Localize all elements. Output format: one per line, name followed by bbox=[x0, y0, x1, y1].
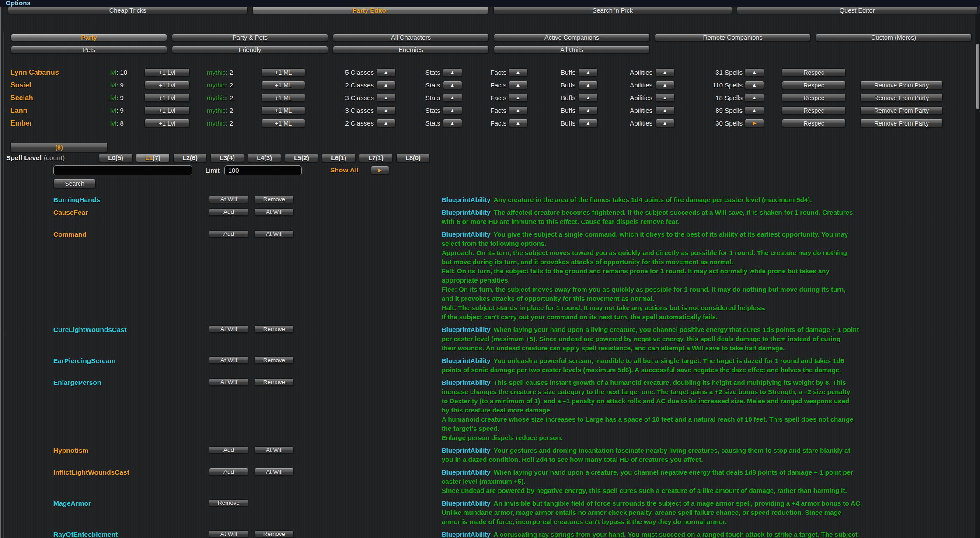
remove-from-party-button[interactable]: Remove From Party bbox=[860, 94, 943, 102]
spell-remove-button[interactable]: Remove bbox=[255, 378, 294, 386]
respec-button[interactable]: Respec bbox=[782, 81, 846, 89]
plus-mythic-button[interactable]: +1 ML bbox=[262, 81, 305, 89]
spells-expand-button[interactable]: ▲ bbox=[745, 68, 764, 77]
stats-expand-button[interactable]: ▲ bbox=[443, 68, 462, 77]
classes-expand-button[interactable]: ▲ bbox=[377, 68, 396, 77]
spells-expand-button[interactable]: ▲ bbox=[745, 81, 764, 89]
spell-at-will-button[interactable]: At Will bbox=[255, 208, 294, 216]
spell-level-l3[interactable]: L3 (4) bbox=[210, 154, 244, 162]
buffs-expand-button[interactable]: ▲ bbox=[579, 68, 598, 77]
spell-at-will-button[interactable]: At Will bbox=[209, 325, 248, 333]
spell-name[interactable]: BurningHands bbox=[53, 195, 209, 204]
filter-remote-companions[interactable]: Remote Companions bbox=[655, 34, 811, 41]
stats-expand-button[interactable]: ▲ bbox=[443, 94, 462, 102]
plus-mythic-button[interactable]: +1 ML bbox=[262, 68, 305, 77]
buffs-expand-button[interactable]: ▲ bbox=[579, 106, 598, 115]
filter-friendly[interactable]: Friendly bbox=[172, 46, 328, 53]
classes-expand-button[interactable]: ▲ bbox=[377, 106, 396, 115]
spell-at-will-button[interactable]: At Will bbox=[255, 446, 294, 454]
spell-level-l4[interactable]: L4 (3) bbox=[248, 154, 281, 162]
respec-button[interactable]: Respec bbox=[782, 119, 846, 127]
plus-level-button[interactable]: +1 Lvl bbox=[144, 68, 190, 77]
spell-at-will-button[interactable]: At Will bbox=[209, 530, 248, 538]
plus-level-button[interactable]: +1 Lvl bbox=[144, 81, 190, 89]
buffs-expand-button[interactable]: ▲ bbox=[579, 94, 598, 102]
spell-level-l0[interactable]: L0 (5) bbox=[99, 154, 133, 162]
plus-level-button[interactable]: +1 Lvl bbox=[144, 106, 190, 115]
classes-expand-button[interactable]: ▲ bbox=[377, 94, 396, 102]
spell-level-l2[interactable]: L2 (6) bbox=[173, 154, 207, 162]
tab-search-n-pick[interactable]: Search 'n Pick bbox=[493, 7, 732, 14]
vertical-scrollbar-thumb[interactable] bbox=[976, 44, 979, 109]
remove-from-party-button[interactable]: Remove From Party bbox=[860, 106, 943, 115]
filter-party[interactable]: Party bbox=[11, 34, 167, 41]
filter-enemies[interactable]: Enemies bbox=[333, 46, 489, 53]
respec-button[interactable]: Respec bbox=[782, 94, 846, 102]
facts-expand-button[interactable]: ▲ bbox=[509, 81, 528, 89]
spell-add-button[interactable]: Add bbox=[209, 208, 248, 216]
spell-remove-button[interactable]: Remove bbox=[255, 356, 294, 364]
abilities-expand-button[interactable]: ▲ bbox=[656, 94, 675, 102]
show-all-button[interactable]: ▶ bbox=[371, 166, 389, 175]
filter-all-units[interactable]: All Units bbox=[494, 46, 650, 53]
plus-mythic-button[interactable]: +1 ML bbox=[262, 106, 305, 115]
plus-level-button[interactable]: +1 Lvl bbox=[144, 94, 190, 102]
tab-cheap-tricks[interactable]: Cheap Tricks bbox=[8, 7, 248, 14]
tab-quest-editor[interactable]: Quest Editor bbox=[737, 7, 977, 14]
stats-expand-button[interactable]: ▲ bbox=[443, 106, 462, 115]
stats-expand-button[interactable]: ▲ bbox=[443, 81, 462, 89]
filter-active-companions[interactable]: Active Companions bbox=[494, 34, 650, 41]
spell-name[interactable]: EarPiercingScream bbox=[53, 356, 209, 365]
spell-at-will-button[interactable]: At Will bbox=[209, 378, 248, 386]
spell-level-l8[interactable]: L8 (0) bbox=[396, 154, 430, 162]
plus-level-button[interactable]: +1 Lvl bbox=[144, 119, 190, 127]
spell-name[interactable]: EnlargePerson bbox=[53, 378, 209, 387]
filter-custom-mercs[interactable]: Custom (Mercs) bbox=[816, 34, 972, 41]
spell-add-button[interactable]: Add bbox=[209, 468, 248, 475]
classes-expand-button[interactable]: ▲ bbox=[377, 119, 396, 127]
abilities-expand-button[interactable]: ▲ bbox=[656, 106, 675, 115]
spell-at-will-button[interactable]: At Will bbox=[209, 196, 248, 203]
respec-button[interactable]: Respec bbox=[782, 106, 846, 115]
search-button[interactable]: Search bbox=[53, 179, 96, 188]
spell-name[interactable]: MageArmor bbox=[53, 499, 209, 508]
spell-level-l5[interactable]: L5 (2) bbox=[285, 154, 318, 162]
spell-name[interactable]: CauseFear bbox=[53, 208, 209, 217]
spell-remove-button[interactable]: Remove bbox=[255, 530, 294, 538]
spells-collapse-button[interactable]: ▶ bbox=[745, 119, 764, 127]
spell-search-input[interactable] bbox=[53, 165, 192, 175]
remove-from-party-button[interactable]: Remove From Party bbox=[860, 119, 943, 127]
spell-level-l7[interactable]: L7 (1) bbox=[359, 154, 393, 162]
remove-from-party-button[interactable]: Remove From Party bbox=[860, 81, 943, 89]
plus-mythic-button[interactable]: +1 ML bbox=[262, 119, 305, 127]
filter-pets[interactable]: Pets bbox=[11, 46, 167, 53]
facts-expand-button[interactable]: ▲ bbox=[509, 94, 528, 102]
facts-expand-button[interactable]: ▲ bbox=[509, 106, 528, 115]
spell-level-l1[interactable]: L1 (7) bbox=[136, 154, 170, 162]
abilities-expand-button[interactable]: ▲ bbox=[656, 119, 675, 127]
spell-name[interactable]: Hypnotism bbox=[53, 446, 209, 455]
spell-remove-button[interactable]: Remove bbox=[209, 499, 248, 507]
filter-all-characters[interactable]: All Characters bbox=[333, 34, 489, 41]
spell-at-will-button[interactable]: At Will bbox=[255, 468, 294, 475]
spell-remove-button[interactable]: Remove bbox=[255, 196, 294, 203]
buffs-expand-button[interactable]: ▲ bbox=[579, 81, 598, 89]
facts-expand-button[interactable]: ▲ bbox=[509, 119, 528, 127]
limit-input[interactable] bbox=[224, 165, 302, 175]
spell-name[interactable]: InflictLightWoundsCast bbox=[53, 468, 209, 477]
buffs-expand-button[interactable]: ▲ bbox=[579, 119, 598, 127]
tab-party-editor[interactable]: Party Editor bbox=[252, 7, 488, 14]
facts-expand-button[interactable]: ▲ bbox=[509, 68, 528, 77]
spells-expand-button[interactable]: ▲ bbox=[745, 94, 764, 102]
plus-mythic-button[interactable]: +1 ML bbox=[262, 94, 305, 102]
respec-button[interactable]: Respec bbox=[782, 68, 846, 77]
abilities-expand-button[interactable]: ▲ bbox=[656, 81, 675, 89]
stats-expand-button[interactable]: ▲ bbox=[443, 119, 462, 127]
spell-name[interactable]: RayOfEnfeeblement bbox=[53, 530, 209, 538]
spell-name[interactable]: Command bbox=[53, 230, 209, 239]
filter-party-and-pets[interactable]: Party & Pets bbox=[172, 34, 328, 41]
spell-at-will-button[interactable]: At Will bbox=[209, 356, 248, 364]
abilities-expand-button[interactable]: ▲ bbox=[656, 68, 675, 77]
spell-add-button[interactable]: Add bbox=[209, 446, 248, 454]
spellbook-count-button[interactable]: (8) bbox=[10, 143, 108, 152]
